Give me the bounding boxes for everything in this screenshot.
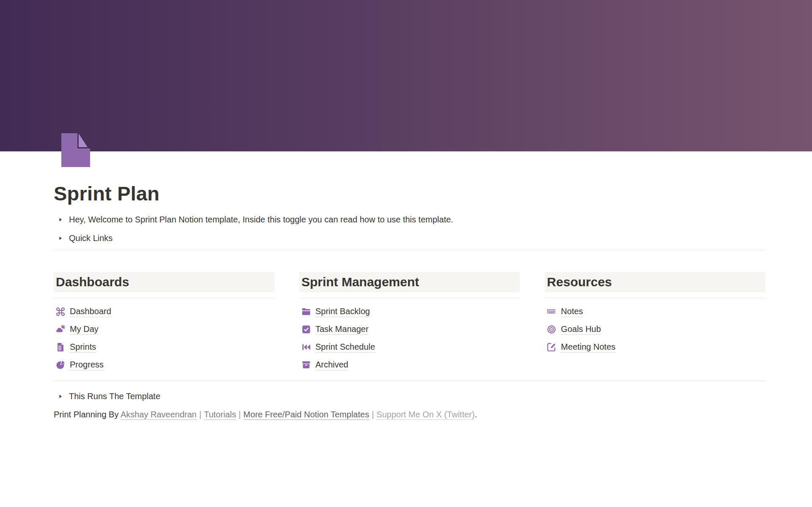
archive-icon [301,359,312,370]
column-divider [54,298,274,298]
page-link-list: Sprint BacklogTask ManagerSprint Schedul… [299,303,520,374]
keyboard-icon [546,306,557,317]
page-link-label[interactable]: Goals Hub [561,324,601,335]
rewind-icon [301,342,312,353]
column-header-label: Sprint Management [302,275,419,289]
list-item[interactable]: Notes [545,303,765,321]
column-header-label: Dashboards [56,275,129,289]
page-link-list: NotesGoals HubMeeting Notes [545,303,765,356]
toggle-runs-template-label[interactable]: This Runs The Template [69,392,160,401]
footer-link[interactable]: More Free/Paid Notion Templates [243,410,369,420]
page-link-label[interactable]: Notes [561,307,583,317]
list-item[interactable]: Goals Hub [545,321,765,338]
column-header: Dashboards [54,272,274,292]
column-resources: Resources NotesGoals HubMeeting Notes [545,272,765,374]
list-item[interactable]: Task Manager [299,321,520,338]
folder-icon [301,306,312,317]
columns: Dashboards DashboardMy DaySprintsProgres… [54,272,765,374]
footer-link[interactable]: Akshay Raveendran [121,410,197,420]
page-link-label[interactable]: Task Manager [315,324,369,335]
command-icon [55,306,66,317]
column-header-label: Resources [547,275,612,289]
page-title: Sprint Plan [54,151,765,205]
list-item[interactable]: Sprints [54,338,274,356]
toggle-welcome[interactable]: Hey, Welcome to Sprint Plan Notion templ… [54,210,765,229]
footer-separator: | [369,410,376,419]
footer-link[interactable]: Support Me On X (Twitter) [376,410,475,420]
divider [54,381,765,381]
edit-icon [546,342,557,353]
footer-prefix: Print Planning By [54,410,121,419]
footer-separator: | [236,410,243,419]
page-link-label[interactable]: Dashboard [70,307,111,317]
document-lines-icon [55,342,66,353]
page-link-label[interactable]: Meeting Notes [561,342,615,353]
column-header: Resources [545,272,765,292]
partly-sunny-icon [55,324,66,335]
column-header: Sprint Management [299,272,520,292]
checkbox-checked-icon [301,324,312,335]
page-link-label[interactable]: Sprints [70,342,96,353]
pie-chart-icon [55,359,66,370]
toggle-runs-template[interactable]: This Runs The Template [54,387,765,406]
page-link-label[interactable]: Sprint Backlog [315,307,370,317]
list-item[interactable]: Meeting Notes [545,338,765,356]
page-link-list: DashboardMy DaySprintsProgress [54,303,274,374]
target-icon [546,324,557,335]
page-document-icon-glyph [61,133,90,167]
column-divider [299,298,520,298]
toggle-triangle-icon[interactable] [55,233,66,244]
footer-credits: Print Planning By Akshay Raveendran|Tuto… [54,407,765,422]
footer-suffix: . [475,410,477,419]
toggle-triangle-icon[interactable] [55,391,66,402]
list-item[interactable]: Sprint Backlog [299,303,520,321]
list-item[interactable]: Dashboard [54,303,274,321]
divider [54,250,765,250]
list-item[interactable]: My Day [54,321,274,338]
column-sprint-management: Sprint Management Sprint BacklogTask Man… [299,272,520,374]
page-link-label[interactable]: Archived [315,360,348,370]
toggle-quick-links-label[interactable]: Quick Links [69,233,112,243]
toggle-welcome-label[interactable]: Hey, Welcome to Sprint Plan Notion templ… [69,215,453,225]
page-content: Sprint Plan Hey, Welcome to Sprint Plan … [54,151,765,422]
page-cover-gradient [0,0,812,151]
list-item[interactable]: Sprint Schedule [299,338,520,356]
page-document-icon[interactable] [61,133,90,167]
column-divider [545,298,765,298]
list-item[interactable]: Archived [299,356,520,374]
footer-separator: | [197,410,204,419]
page-link-label[interactable]: My Day [70,324,99,335]
toggle-triangle-icon[interactable] [55,214,66,225]
footer-link[interactable]: Tutorials [204,410,236,420]
column-dashboards: Dashboards DashboardMy DaySprintsProgres… [54,272,274,374]
page-link-label[interactable]: Progress [70,360,104,370]
page-link-label[interactable]: Sprint Schedule [315,342,375,353]
list-item[interactable]: Progress [54,356,274,374]
toggle-quick-links[interactable]: Quick Links [54,229,765,247]
